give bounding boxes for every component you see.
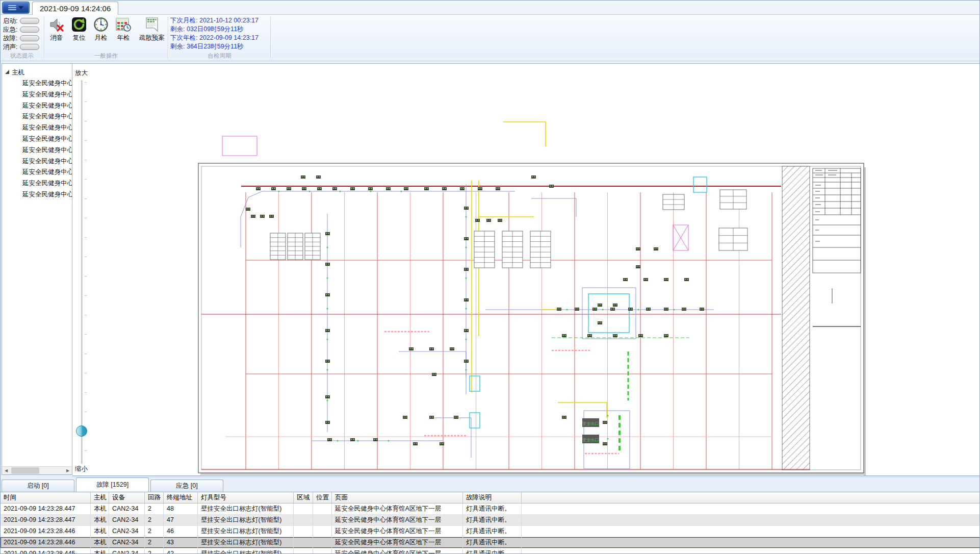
cell: CAN2-34 — [109, 515, 145, 525]
cell — [294, 503, 313, 514]
scrollbar-thumb[interactable] — [11, 467, 39, 474]
group-divider — [168, 17, 168, 59]
tree-horizontal-scrollbar[interactable]: ◀ ▶ — [2, 466, 72, 474]
cell — [313, 503, 332, 514]
column-header-7[interactable]: 位置 — [313, 492, 332, 503]
scrollbar-track[interactable] — [10, 467, 64, 474]
tree-item-building-0[interactable]: 延安全民健身中心 — [2, 78, 72, 89]
slider-tick — [85, 276, 87, 276]
floorplan-canvas[interactable]: 放大 缩小 — [72, 63, 980, 476]
cell — [313, 537, 332, 548]
tree-item-building-8[interactable]: 延安全民健身中心 — [2, 167, 72, 178]
status-indicator-mute — [20, 44, 39, 50]
column-header-0[interactable]: 时间 — [1, 492, 91, 503]
next-annual-check-text: 下次年检: 2022-09-09 14:23:17 — [170, 34, 259, 42]
cell: CAN2-34 — [109, 503, 145, 514]
status-indicator-fault — [20, 35, 39, 41]
fault-row[interactable]: 2021-09-09 14:23:28.445本机CAN2-34242壁挂安全出… — [1, 548, 980, 554]
cell: 本机 — [91, 548, 109, 554]
document-tab-title: 2021-09-09 14:24:06 — [40, 4, 111, 13]
cell: 延安全民健身中心体育馆A区地下一层 — [332, 548, 463, 554]
cell: 壁挂安全出口标志灯(智能型) — [198, 526, 294, 537]
cell — [294, 548, 313, 554]
column-header-9[interactable]: 故障说明 — [463, 492, 522, 503]
main-menu-button[interactable] — [2, 2, 30, 14]
column-header-6[interactable]: 区域 — [294, 492, 313, 503]
slider-tick — [85, 392, 87, 393]
cell: 2021-09-09 14:23:28.447 — [1, 503, 91, 514]
annual-remaining-text: 剩余: 364日23时59分11秒 — [170, 42, 259, 51]
svg-text:安全出口: 安全出口 — [583, 421, 599, 426]
mute-button[interactable]: 消音 — [49, 17, 64, 42]
cell: 延安全民健身中心体育馆A区地下一层 — [332, 537, 463, 548]
zoom-slider-handle[interactable] — [76, 425, 87, 437]
slider-tick — [85, 373, 87, 373]
main-area: 主机 延安全民健身中心延安全民健身中心延安全民健身中心延安全民健身中心延安全民健… — [1, 61, 980, 477]
column-header-4[interactable]: 终端地址 — [164, 492, 198, 503]
grid-header-row: 时间主机设备回路终端地址灯具型号区域位置页面故障说明 — [1, 492, 980, 503]
scroll-right-arrow-icon[interactable]: ▶ — [64, 467, 72, 474]
tree-root-host[interactable]: 主机 — [5, 68, 24, 77]
column-header-8[interactable]: 页面 — [332, 492, 463, 503]
annual-check-button[interactable]: 年检 — [116, 17, 131, 42]
cell: 2021-09-09 14:23:28.446 — [1, 526, 91, 537]
monthly-check-button[interactable]: 月检 — [93, 17, 109, 42]
cell — [294, 515, 313, 525]
column-header-5[interactable]: 灯具型号 — [198, 492, 294, 503]
cell: 2 — [145, 503, 164, 514]
status-row-mute: 消声: — [3, 43, 39, 51]
status-row-fault: 故障: — [3, 35, 39, 42]
document-tab[interactable]: 2021-09-09 14:24:06 — [32, 2, 118, 15]
drawing-sheet — [198, 163, 864, 473]
column-header-1[interactable]: 主机 — [91, 492, 109, 503]
cell: 灯具通讯中断。 — [463, 515, 522, 525]
zoom-out-label[interactable]: 缩小 — [75, 465, 88, 473]
tree-item-building-1[interactable]: 延安全民健身中心 — [2, 89, 72, 100]
tree-item-building-6[interactable]: 延安全民健身中心 — [2, 145, 72, 156]
slider-tick — [85, 140, 87, 141]
tree-item-building-3[interactable]: 延安全民健身中心 — [2, 111, 72, 122]
zoom-slider-track[interactable] — [81, 80, 83, 464]
cell: 2 — [145, 537, 164, 548]
reset-button[interactable]: 复位 — [71, 17, 87, 42]
cell: 壁挂安全出口标志灯(智能型) — [198, 548, 294, 554]
fault-row[interactable]: 2021-09-09 14:23:28.447本机CAN2-34248壁挂安全出… — [1, 503, 980, 515]
actions-group-label: 一般操作 — [45, 52, 167, 60]
slider-tick — [85, 334, 87, 335]
tab-fault-events[interactable]: 故障 [1529] — [76, 477, 149, 492]
tab-emergency-events[interactable]: 应急 [0] — [150, 480, 223, 492]
cell — [313, 526, 332, 537]
selfcheck-group: 下次月检: 2021-10-12 00:23:17 剩余: 032日09时59分… — [170, 16, 259, 51]
tree-item-building-7[interactable]: 延安全民健身中心 — [2, 156, 72, 167]
hatched-wall-strip — [782, 166, 810, 470]
tree-item-building-5[interactable]: 延安全民健身中心 — [2, 134, 72, 145]
cell: 延安全民健身中心体育馆A区地下一层 — [332, 503, 463, 514]
slider-tick — [85, 295, 87, 296]
cell: 灯具通讯中断。 — [463, 548, 522, 554]
tree-item-building-2[interactable]: 延安全民健身中心 — [2, 100, 72, 112]
column-header-3[interactable]: 回路 — [145, 492, 164, 503]
cad-floorplan-drawing: 安全出口 安全出口 — [72, 64, 980, 476]
fault-row[interactable]: 2021-09-09 14:23:28.446本机CAN2-34243壁挂安全出… — [1, 537, 980, 548]
cell: 47 — [164, 515, 198, 525]
column-header-2[interactable]: 设备 — [109, 492, 145, 503]
cell: 壁挂安全出口标志灯(智能型) — [198, 537, 294, 548]
tab-start-events[interactable]: 启动 [0] — [2, 480, 74, 492]
tree-item-building-10[interactable]: 延安全民健身中心 — [2, 189, 72, 200]
svg-text:安全出口: 安全出口 — [583, 438, 599, 442]
fault-row[interactable]: 2021-09-09 14:23:28.447本机CAN2-34247壁挂安全出… — [1, 515, 980, 526]
cell — [294, 537, 313, 548]
cell: 壁挂安全出口标志灯(智能型) — [198, 515, 294, 525]
zoom-in-label[interactable]: 放大 — [75, 69, 88, 78]
tree-item-building-4[interactable]: 延安全民健身中心 — [2, 122, 72, 134]
slider-tick — [85, 450, 87, 451]
monthly-remaining-text: 剩余: 032日09时59分11秒 — [170, 25, 259, 34]
tree-item-building-9[interactable]: 延安全民健身中心 — [2, 178, 72, 189]
fault-row[interactable]: 2021-09-09 14:23:28.446本机CAN2-34246壁挂安全出… — [1, 526, 980, 537]
cell: 延安全民健身中心体育馆A区地下一层 — [332, 526, 463, 537]
tree-expand-icon[interactable] — [5, 70, 9, 74]
cell: 2 — [145, 548, 164, 554]
ribbon-toolbar: 启动: 应急: 故障: 消声: 状态提示 消音 复位 — [1, 15, 980, 61]
scroll-left-arrow-icon[interactable]: ◀ — [2, 467, 10, 474]
evacuation-plan-button[interactable]: 疏散预案 — [139, 17, 165, 42]
